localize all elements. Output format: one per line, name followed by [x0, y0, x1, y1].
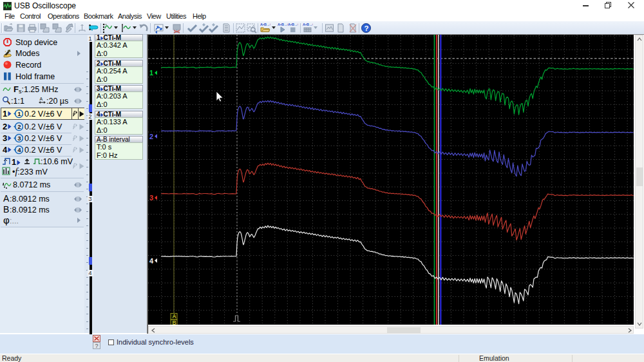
- svg-text:A•B→C: A•B→C: [288, 23, 298, 26]
- svg-text:A•B→C: A•B→C: [278, 23, 288, 26]
- svg-text:4: 4: [17, 146, 21, 153]
- svg-text:2: 2: [17, 123, 21, 130]
- svg-text:3: 3: [149, 194, 153, 202]
- svg-text:A: A: [40, 97, 43, 101]
- svg-text:B: B: [173, 319, 176, 325]
- svg-text:?: ?: [95, 343, 98, 349]
- svg-text:2: 2: [149, 133, 153, 140]
- svg-text:1: 1: [17, 110, 21, 117]
- svg-text:?: ?: [364, 24, 368, 32]
- svg-text:4: 4: [149, 257, 154, 265]
- svg-text:1: 1: [149, 69, 153, 77]
- svg-text:A•B→C: A•B→C: [303, 23, 313, 26]
- svg-text:A•B→C: A•B→C: [260, 23, 270, 26]
- svg-text:3: 3: [17, 135, 21, 142]
- svg-text:A: A: [173, 313, 176, 319]
